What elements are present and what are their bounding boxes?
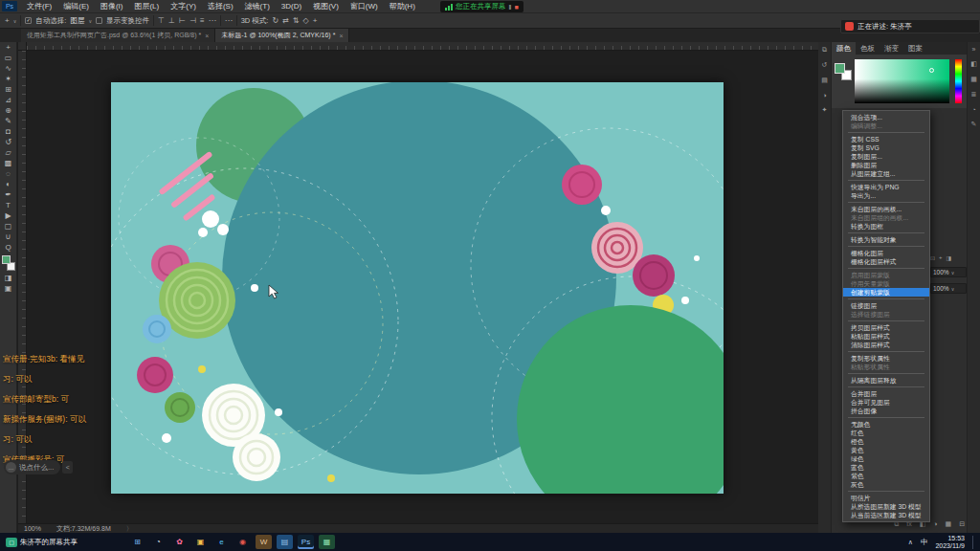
- context-menu-item[interactable]: 创建剪贴蒙版: [843, 288, 929, 297]
- context-menu-item[interactable]: 合并图层: [843, 389, 929, 398]
- marquee-tool[interactable]: ▭: [1, 53, 16, 63]
- auto-select-caret-icon[interactable]: ∨: [88, 18, 92, 24]
- panel-tab[interactable]: 色板: [856, 42, 880, 55]
- context-menu-item[interactable]: [848, 417, 924, 418]
- type-tool[interactable]: T: [1, 200, 16, 210]
- panel-icon-properties[interactable]: ⧉: [822, 46, 827, 54]
- move-tool[interactable]: +: [1, 42, 16, 53]
- context-menu-item[interactable]: 栅格化图层样式: [843, 257, 929, 266]
- taskbar-app-green[interactable]: ▦: [319, 535, 335, 549]
- panel-icon-swatches[interactable]: ▦: [970, 76, 977, 83]
- align-icon[interactable]: ⊥: [168, 16, 175, 25]
- document-tab-active[interactable]: 未标题-1 @ 100%(椭圆 2, CMYK/16) * ×: [215, 29, 349, 42]
- clone-stamp-tool[interactable]: ◘: [1, 126, 16, 137]
- align-icon[interactable]: ⊢: [179, 16, 186, 25]
- taskbar-edge[interactable]: e: [213, 535, 230, 549]
- show-transform-checkbox[interactable]: [96, 17, 102, 24]
- hue-slider[interactable]: [955, 59, 962, 103]
- context-menu-item[interactable]: 转换为图框: [843, 222, 929, 231]
- menubar-item[interactable]: 滤镜(T): [239, 0, 276, 12]
- collapse-panels-icon[interactable]: »: [972, 46, 976, 53]
- path-selection-tool[interactable]: ▶: [1, 210, 16, 221]
- align-icon[interactable]: ⊤: [158, 16, 165, 25]
- context-menu-item[interactable]: [848, 180, 924, 181]
- context-menu-item[interactable]: 链接图层: [843, 301, 929, 310]
- align-icon[interactable]: ⊣: [189, 16, 196, 25]
- taskbar-share-indicator[interactable]: ▢ 朱济亭的屏幕共享: [0, 538, 83, 547]
- document-canvas[interactable]: [111, 82, 724, 494]
- context-menu-item[interactable]: 清除图层样式: [843, 341, 929, 349]
- zoom-tool[interactable]: Q: [1, 242, 16, 253]
- align-icon[interactable]: ≡: [200, 16, 205, 25]
- menubar-item[interactable]: 视图(V): [307, 0, 345, 12]
- panel-tab[interactable]: 颜色: [832, 42, 856, 55]
- context-menu-item[interactable]: 转换为智能对象: [843, 235, 929, 244]
- taskbar-start[interactable]: ⊞: [129, 535, 145, 549]
- lock-icon[interactable]: +: [939, 254, 943, 261]
- panel-icon-history[interactable]: ↺: [822, 61, 828, 69]
- context-menu-item[interactable]: 从隔离图层释放: [843, 376, 929, 385]
- context-menu-item[interactable]: 复制 SVG: [843, 143, 929, 152]
- gradient-tool[interactable]: ▩: [1, 158, 16, 168]
- pen-tool[interactable]: ✒: [1, 189, 16, 200]
- context-menu-item[interactable]: 快速导出为 PNG: [843, 183, 929, 191]
- menubar-item[interactable]: 3D(D): [276, 0, 307, 12]
- crop-tool[interactable]: ⊞: [1, 84, 16, 95]
- menubar-item[interactable]: 选择(S): [202, 0, 239, 12]
- taskbar-app-w[interactable]: W: [256, 535, 272, 549]
- context-menu-item[interactable]: [848, 351, 924, 352]
- taskbar-app-colorful[interactable]: ✿: [171, 535, 188, 549]
- context-menu-item[interactable]: 停用矢量蒙版: [843, 279, 929, 288]
- context-menu-item[interactable]: 黄色: [843, 446, 929, 454]
- healing-brush-tool[interactable]: ⊕: [1, 105, 16, 116]
- auto-select-value[interactable]: 图层: [70, 16, 84, 26]
- context-menu-item[interactable]: 复制图层...: [843, 152, 929, 161]
- mode3d-icon[interactable]: ⇄: [282, 16, 289, 25]
- context-menu-item[interactable]: [848, 232, 924, 233]
- context-menu-item[interactable]: 混合选项...: [843, 113, 929, 121]
- blur-tool[interactable]: ◌: [1, 168, 16, 179]
- panel-icon-paths[interactable]: ✎: [971, 121, 977, 128]
- context-menu-item[interactable]: [848, 298, 924, 299]
- shape-tool[interactable]: ▢: [1, 221, 16, 231]
- menubar-item[interactable]: 图像(I): [95, 0, 129, 12]
- menubar-item[interactable]: 编辑(E): [57, 0, 95, 12]
- menubar-item[interactable]: 文件(F): [21, 0, 57, 12]
- context-menu-item[interactable]: 启用图层蒙版: [843, 271, 929, 279]
- context-menu-item[interactable]: [848, 386, 924, 387]
- more-options-icon[interactable]: ⋯: [225, 16, 233, 25]
- taskbar-search[interactable]: ◔: [150, 535, 167, 549]
- align-icon[interactable]: ⋯: [209, 16, 216, 25]
- screen-mode-button[interactable]: ▣: [1, 283, 16, 294]
- status-chevron-icon[interactable]: 〉: [126, 524, 133, 534]
- panel-icon-layers[interactable]: ≣: [971, 91, 977, 99]
- chat-collapse-button[interactable]: <: [62, 461, 73, 474]
- foreground-color-swatch[interactable]: [835, 63, 845, 74]
- context-menu-item[interactable]: 复制 CSS: [843, 135, 929, 143]
- stop-share-icon[interactable]: ■: [514, 4, 518, 11]
- brush-tool[interactable]: ✎: [1, 116, 16, 126]
- opacity-field[interactable]: 100% ∨: [930, 267, 967, 277]
- saturation-brightness-box[interactable]: [855, 59, 949, 103]
- close-icon[interactable]: ×: [339, 33, 343, 39]
- pause-share-icon[interactable]: ‖: [509, 4, 512, 11]
- context-menu-item[interactable]: [848, 202, 924, 203]
- eraser-tool[interactable]: ▱: [1, 147, 16, 158]
- panel-icon-libraries[interactable]: ▤: [821, 77, 828, 84]
- new-group-icon[interactable]: ▦: [946, 520, 952, 528]
- context-menu-item[interactable]: [848, 132, 924, 133]
- hand-tool[interactable]: ∪: [1, 231, 16, 242]
- taskbar-app-blue[interactable]: ▤: [277, 535, 293, 549]
- context-menu-item[interactable]: 复制形状属性: [843, 354, 929, 363]
- foreground-background-swatches[interactable]: [2, 255, 15, 271]
- menubar-item[interactable]: 图层(L): [128, 0, 165, 12]
- taskbar-photoshop[interactable]: Ps: [298, 535, 314, 549]
- context-menu-item[interactable]: 拷贝图层样式: [843, 323, 929, 332]
- context-menu-item[interactable]: 删除图层: [843, 161, 929, 169]
- menubar-item[interactable]: 窗口(W): [345, 0, 384, 12]
- panel-tab[interactable]: 渐变: [880, 42, 903, 55]
- panel-tab[interactable]: 图案: [903, 42, 927, 55]
- context-menu-item[interactable]: 拼合图像: [843, 407, 929, 415]
- mode3d-icon[interactable]: ⇅: [293, 16, 300, 25]
- canvas-area[interactable]: [18, 42, 818, 523]
